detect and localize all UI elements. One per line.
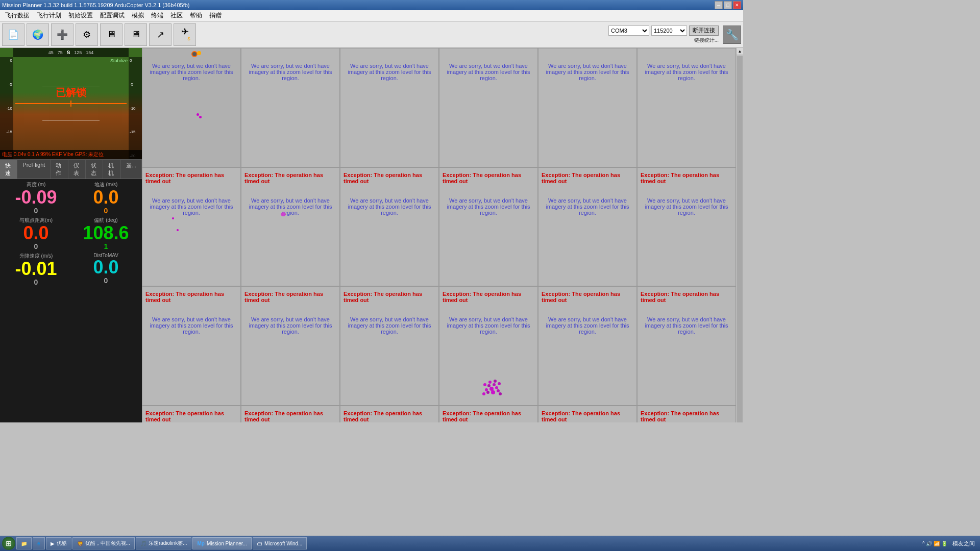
tab-instruments[interactable]: 仪表 <box>68 160 86 179</box>
file-icon: 📄 <box>8 29 19 40</box>
map-tile-4-6[interactable]: Exception: The operation has timed out W… <box>637 406 736 423</box>
titlebar: Mission Planner 1.3.32 build 1.1.5765.19… <box>0 0 743 10</box>
map-tile-1-5[interactable]: We are sorry, but we don't have imagery … <box>538 48 637 167</box>
toolbar-btn-1[interactable]: 🌍 <box>27 23 49 46</box>
map-tile-3-3[interactable]: Exception: The operation has timed out W… <box>340 286 439 406</box>
menubar: 飞行数据 飞行计划 初始设置 配置调试 模拟 终端 社区 帮助 捐赠 <box>0 10 743 21</box>
tab-status[interactable]: 状态 <box>86 160 103 179</box>
svg-point-13 <box>482 392 485 395</box>
map-grid[interactable]: We are sorry, but we don't have imagery … <box>142 48 736 422</box>
map-tile-2-3[interactable]: Exception: The operation has timed out W… <box>340 167 439 287</box>
map-tile-1-1[interactable]: We are sorry, but we don't have imagery … <box>142 48 241 167</box>
scroll-up-arrow[interactable]: ▲ <box>737 48 743 55</box>
toolbar-btn-5[interactable]: 🖥 <box>125 23 147 46</box>
menu-flightplan[interactable]: 飞行计划 <box>34 10 64 21</box>
map-tile-1-6[interactable]: We are sorry, but we don't have imagery … <box>637 48 736 167</box>
svg-point-8 <box>497 389 500 392</box>
map-tile-4-4[interactable]: Exception: The operation has timed out W… <box>439 406 538 423</box>
svg-point-5 <box>495 386 498 389</box>
map-tile-1-2[interactable]: We are sorry, but we don't have imagery … <box>241 48 340 167</box>
altitude-value: -0.09 <box>15 188 57 207</box>
map-container: We are sorry, but we don't have imagery … <box>142 48 743 422</box>
hud: 45 75 Ñ 125 154 0 -5 -10 -15 -20 0 -5 -1… <box>0 48 142 160</box>
maximize-button[interactable]: □ <box>724 1 732 9</box>
left-panel: 45 75 Ñ 125 154 0 -5 -10 -15 -20 0 -5 -1… <box>0 48 142 422</box>
drone-marker <box>61 103 81 104</box>
toolbar-btn-4[interactable]: 🖥 <box>100 23 122 46</box>
minimize-button[interactable]: ─ <box>715 1 723 9</box>
map-tile-2-1[interactable]: Exception: The operation has timed out W… <box>142 167 241 287</box>
map-tile-2-2[interactable]: Exception: The operation has timed out W… <box>241 167 340 287</box>
toolbar-btn-2[interactable]: ➕ <box>51 23 74 46</box>
data-row-3: 升降速度 (m/s) -0.01 0 DistToMAV 0.0 0 <box>2 253 140 286</box>
map-tile-4-2[interactable]: Exception: The operation has timed out W… <box>241 406 340 423</box>
map-tile-4-1[interactable]: Exception: The operation has timed out W… <box>142 406 241 423</box>
svg-point-3 <box>489 387 494 391</box>
speed-value: 0.0 <box>93 188 118 207</box>
climb-cell: 升降速度 (m/s) -0.01 0 <box>2 253 70 286</box>
menu-donate[interactable]: 捐赠 <box>206 10 225 21</box>
tab-bar: 快速 PreFlight 动作 仪表 状态 机机 遥... <box>0 160 142 179</box>
toolbar-btn-6[interactable]: ↗ <box>149 23 172 46</box>
svg-point-2 <box>487 384 491 387</box>
tab-preflight[interactable]: PreFlight <box>17 160 51 179</box>
map-tile-1-4[interactable]: We are sorry, but we don't have imagery … <box>439 48 538 167</box>
map-tile-3-6[interactable]: Exception: The operation has timed out W… <box>637 286 736 406</box>
map-tile-2-5[interactable]: Exception: The operation has timed out W… <box>538 167 637 287</box>
map-tile-3-2[interactable]: Exception: The operation has timed out W… <box>241 286 340 406</box>
map-tile-4-3[interactable]: Exception: The operation has timed out W… <box>340 406 439 423</box>
menu-terminal[interactable]: 终端 <box>148 10 166 21</box>
gps-dot <box>172 217 174 219</box>
speed-sub: 0 <box>104 207 108 215</box>
svg-point-4 <box>493 383 496 386</box>
data-panels: 高度 (m) -0.09 0 地速 (m/s) 0.0 0 与航点距离(m) 0… <box>0 179 142 422</box>
map-scrollbar[interactable]: ▲ ▼ <box>736 48 743 422</box>
scroll-thumb[interactable] <box>737 56 743 422</box>
menu-community[interactable]: 社区 <box>167 10 186 21</box>
svg-point-10 <box>494 380 497 383</box>
toolbar-btn-3[interactable]: ⚙ <box>76 23 98 46</box>
svg-point-9 <box>488 381 492 384</box>
menu-help[interactable]: 帮助 <box>187 10 205 21</box>
svg-point-11 <box>483 383 486 386</box>
globe-icon: 🌍 <box>32 29 43 40</box>
dist2mav-sub: 0 <box>104 277 108 285</box>
menu-configtune[interactable]: 配置调试 <box>97 10 128 21</box>
dist-sub: 0 <box>34 242 38 251</box>
menu-simulation[interactable]: 模拟 <box>129 10 147 21</box>
map-tile-3-5[interactable]: Exception: The operation has timed out W… <box>538 286 637 406</box>
menu-flightdata[interactable]: 飞行数据 <box>2 10 33 21</box>
connect-button[interactable]: 断开连接 <box>689 26 719 36</box>
heading-sub: 1 <box>104 242 108 251</box>
toolbar-btn-0[interactable]: 📄 <box>2 23 24 46</box>
flight-mode: Stabilize <box>110 58 128 63</box>
toolbar-btn-7[interactable]: ✈ $ <box>174 23 196 46</box>
gps-dot <box>177 229 179 231</box>
plane-icon: ✈ <box>181 26 189 37</box>
map-tile-2-6[interactable]: Exception: The operation has timed out W… <box>637 167 736 287</box>
link-stats-link[interactable]: 链接统计... <box>694 37 719 44</box>
baud-rate-select[interactable]: 115200 <box>651 26 687 36</box>
wrench-icon: 🔧 <box>726 29 739 41</box>
map-tile-3-4[interactable]: Exception: The operation has timed out W… <box>439 286 538 406</box>
settings-icon: ⚙ <box>83 29 91 40</box>
toolbar: 📄 🌍 ➕ ⚙ 🖥 🖥 ↗ ✈ $ COM3 115200 断开连接 链接统计.… <box>0 21 743 48</box>
com-port-select[interactable]: COM3 <box>608 26 649 36</box>
battery-status-hud: 电压 0.04v 0.1 A 99% EKF Vibe GPS: 未定位 <box>2 152 104 157</box>
altitude-sub: 0 <box>34 207 38 215</box>
map-tile-4-5[interactable]: Exception: The operation has timed out W… <box>538 406 637 423</box>
menu-initialsetup[interactable]: 初始设置 <box>65 10 96 21</box>
map-tile-3-1[interactable]: Exception: The operation has timed out W… <box>142 286 241 406</box>
close-button[interactable]: ✕ <box>733 1 741 9</box>
main-content: 45 75 Ñ 125 154 0 -5 -10 -15 -20 0 -5 -1… <box>0 48 743 422</box>
tab-actions[interactable]: 动作 <box>51 160 68 179</box>
screen-icon: 🖥 <box>131 29 140 40</box>
tab-quick[interactable]: 快速 <box>0 160 17 179</box>
tab-remote[interactable]: 遥... <box>121 160 142 179</box>
dist-value: 0.0 <box>23 224 48 242</box>
svg-point-1 <box>485 388 488 391</box>
data-row-2: 与航点距离(m) 0.0 0 偏航 (deg) 108.6 1 <box>2 217 140 251</box>
map-tile-2-4[interactable]: Exception: The operation has timed out W… <box>439 167 538 287</box>
tab-fc[interactable]: 机机 <box>103 160 120 179</box>
map-tile-1-3[interactable]: We are sorry, but we don't have imagery … <box>340 48 439 167</box>
